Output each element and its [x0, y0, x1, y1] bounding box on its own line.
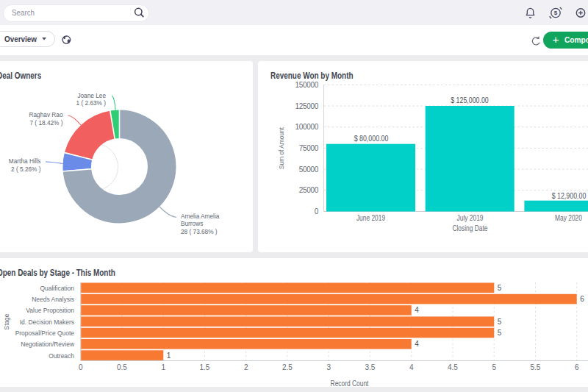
svg-text:$: $	[554, 10, 558, 16]
